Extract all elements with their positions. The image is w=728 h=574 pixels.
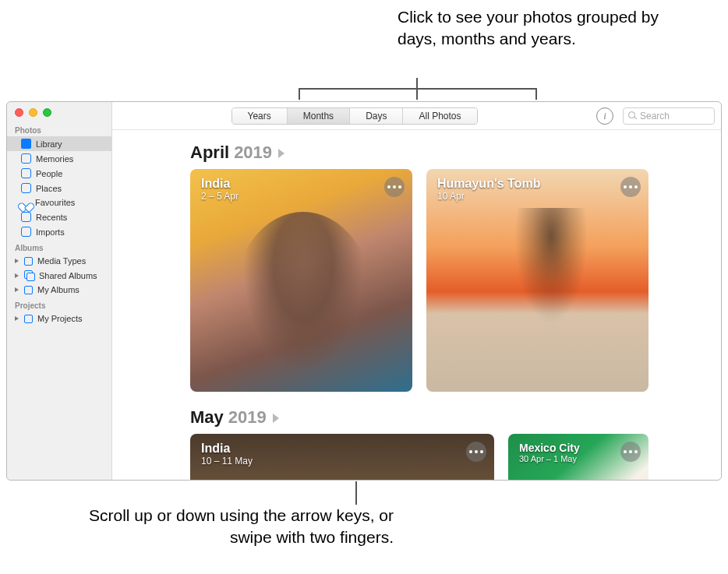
sidebar-item-label: Memories <box>36 154 73 164</box>
card-overlay: India 2 – 5 Apr <box>201 177 239 202</box>
library-icon <box>21 139 31 149</box>
sidebar-section-photos: Photos <box>7 121 111 136</box>
dot-icon <box>469 450 472 453</box>
more-button[interactable] <box>620 442 641 462</box>
search-placeholder: Search <box>640 111 670 121</box>
tab-months[interactable]: Months <box>288 108 350 124</box>
zoom-button[interactable] <box>43 108 51 117</box>
sidebar-item-label: My Projects <box>37 314 82 323</box>
callout-leader <box>299 88 535 90</box>
group-month: May <box>190 407 224 428</box>
card-title: Mexico City <box>519 442 580 454</box>
sidebar-item-shared-albums[interactable]: Shared Albums <box>7 268 111 283</box>
photo-card[interactable]: India 2 – 5 Apr <box>190 169 412 392</box>
sidebar-item-places[interactable]: Places <box>7 181 111 195</box>
card-title: Humayun's Tomb <box>437 177 540 191</box>
card-overlay: Humayun's Tomb 10 Apr <box>437 177 540 202</box>
chevron-right-icon <box>15 273 19 278</box>
chevron-right-icon <box>15 287 19 292</box>
main-content: Years Months Days All Photos i Search Ap… <box>112 102 721 480</box>
sidebar-item-label: Favourites <box>35 198 75 207</box>
my-projects-icon <box>24 315 33 323</box>
sidebar-item-label: Media Types <box>37 256 86 266</box>
memories-icon <box>21 153 31 164</box>
minimize-button[interactable] <box>29 108 37 117</box>
dot-icon <box>475 450 478 453</box>
month-cards-row: India 2 – 5 Apr Humayun's Tomb 10 Apr <box>112 169 721 407</box>
dot-icon <box>634 185 638 188</box>
more-button[interactable] <box>620 177 641 197</box>
search-input[interactable]: Search <box>623 107 715 125</box>
card-dates: 2 – 5 Apr <box>201 191 239 202</box>
tab-all-photos[interactable]: All Photos <box>403 108 476 124</box>
sidebar-item-label: Shared Albums <box>39 271 97 280</box>
content-scroll[interactable]: April 2019 India 2 – 5 Apr Humayun's T <box>112 130 721 480</box>
month-group-header[interactable]: May 2019 <box>112 407 721 434</box>
chevron-right-icon <box>15 259 19 263</box>
info-button[interactable]: i <box>596 107 613 125</box>
photo-card[interactable]: India 10 – 11 May <box>190 434 494 480</box>
clock-icon <box>21 212 31 222</box>
dot-icon <box>629 450 632 453</box>
callout-top: Click to see your photos grouped by days… <box>398 6 686 51</box>
sidebar-item-my-projects[interactable]: My Projects <box>7 312 111 326</box>
sidebar-item-label: People <box>36 169 62 178</box>
sidebar-section-albums: Albums <box>7 239 111 254</box>
month-cards-row: India 10 – 11 May Mexico City 30 Apr – 1… <box>112 434 721 480</box>
app-window: Photos Library Memories People Places Fa… <box>6 101 722 481</box>
dot-icon <box>480 450 483 453</box>
sidebar-item-memories[interactable]: Memories <box>7 151 111 166</box>
people-icon <box>21 168 31 178</box>
callout-bottom: Scroll up or down using the arrow keys, … <box>82 505 394 549</box>
card-dates: 10 Apr <box>437 191 540 202</box>
toolbar: Years Months Days All Photos i Search <box>112 102 721 130</box>
card-dates: 10 – 11 May <box>201 456 253 467</box>
month-group-header[interactable]: April 2019 <box>112 143 721 169</box>
group-month: April <box>190 143 229 163</box>
callout-leader <box>299 88 300 100</box>
window-controls <box>7 102 111 121</box>
dot-icon <box>629 185 632 188</box>
sidebar-item-imports[interactable]: Imports <box>7 224 111 239</box>
sidebar-item-my-albums[interactable]: My Albums <box>7 283 111 297</box>
callout-leader <box>535 88 537 100</box>
sidebar-item-label: My Albums <box>37 285 80 294</box>
chevron-right-icon <box>273 414 279 423</box>
sidebar-item-library[interactable]: Library <box>7 136 111 151</box>
heart-icon <box>21 198 30 207</box>
photo-card[interactable]: Mexico City 30 Apr – 1 May <box>508 434 648 480</box>
close-button[interactable] <box>15 108 23 117</box>
shared-albums-icon <box>24 270 34 280</box>
dot-icon <box>624 450 627 453</box>
sidebar-item-label: Imports <box>36 227 65 237</box>
sidebar: Photos Library Memories People Places Fa… <box>7 102 112 480</box>
dot-icon <box>634 450 638 453</box>
media-types-icon <box>24 257 33 266</box>
places-icon <box>21 183 31 193</box>
sidebar-section-projects: Projects <box>7 297 111 312</box>
dot-icon <box>624 185 627 188</box>
photo-card[interactable]: Humayun's Tomb 10 Apr <box>426 169 648 392</box>
sidebar-item-label: Recents <box>36 213 67 222</box>
view-segmented-control: Years Months Days All Photos <box>231 107 478 125</box>
sidebar-item-label: Library <box>36 139 62 149</box>
card-dates: 30 Apr – 1 May <box>519 454 580 463</box>
card-overlay: Mexico City 30 Apr – 1 May <box>519 442 580 463</box>
my-albums-icon <box>24 286 33 294</box>
sidebar-item-favourites[interactable]: Favourites <box>7 195 111 210</box>
card-title: India <box>201 177 239 191</box>
chevron-right-icon <box>278 149 284 158</box>
dot-icon <box>398 185 401 188</box>
tab-years[interactable]: Years <box>232 108 288 124</box>
more-button[interactable] <box>466 442 486 462</box>
sidebar-item-media-types[interactable]: Media Types <box>7 254 111 268</box>
import-icon <box>21 227 31 237</box>
sidebar-item-label: Places <box>36 184 62 193</box>
dot-icon <box>387 185 391 188</box>
more-button[interactable] <box>384 177 405 197</box>
group-year: 2019 <box>234 143 272 163</box>
group-year: 2019 <box>228 407 267 428</box>
callout-leader <box>355 481 357 505</box>
sidebar-item-people[interactable]: People <box>7 166 111 181</box>
tab-days[interactable]: Days <box>350 108 403 124</box>
